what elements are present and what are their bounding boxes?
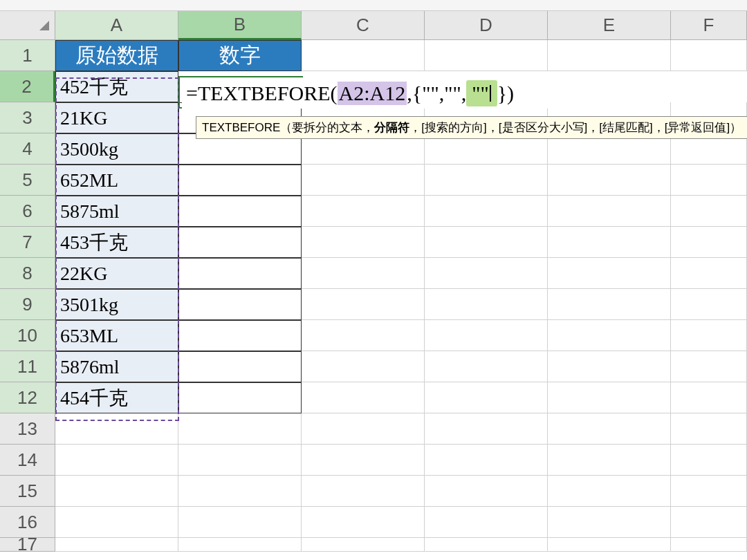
row-header-8[interactable]: 8 [0, 258, 55, 289]
row-header-17[interactable]: 17 [0, 538, 55, 552]
cell-f12[interactable] [671, 382, 747, 413]
row-header-11[interactable]: 11 [0, 351, 55, 382]
row-header-12[interactable]: 12 [0, 382, 55, 413]
cell-e12[interactable] [548, 382, 671, 413]
cell-b7[interactable] [178, 227, 302, 258]
cell-a15[interactable] [55, 476, 178, 507]
cell-c13[interactable] [302, 413, 425, 445]
row-header-9[interactable]: 9 [0, 289, 55, 320]
cell-d15[interactable] [425, 476, 548, 507]
cell-d11[interactable] [425, 351, 548, 382]
cell-b16[interactable] [178, 507, 302, 538]
cell-c15[interactable] [302, 476, 425, 507]
cell-b10[interactable] [178, 320, 302, 351]
cell-f1[interactable] [671, 40, 747, 71]
cell-e11[interactable] [548, 351, 671, 382]
cell-c7[interactable] [302, 227, 425, 258]
cell-a2[interactable]: 452千克 [55, 71, 178, 102]
cell-d8[interactable] [425, 258, 548, 289]
formula-input[interactable]: =TEXTBEFORE(A2:A12,{"","",""}) [182, 77, 583, 109]
cell-b9[interactable] [178, 289, 302, 320]
cell-c1[interactable] [302, 40, 425, 71]
cell-e1[interactable] [548, 40, 671, 71]
cell-d14[interactable] [425, 445, 548, 476]
cell-d6[interactable] [425, 196, 548, 227]
cell-c16[interactable] [302, 507, 425, 538]
cell-b12[interactable] [178, 382, 302, 413]
cell-a3[interactable]: 21KG [55, 102, 178, 133]
cell-b14[interactable] [178, 445, 302, 476]
cell-c14[interactable] [302, 445, 425, 476]
cell-e17[interactable] [548, 538, 671, 552]
cell-d17[interactable] [425, 538, 548, 552]
row-header-3[interactable]: 3 [0, 102, 55, 133]
cell-e7[interactable] [548, 227, 671, 258]
cell-f2[interactable] [671, 71, 747, 102]
cell-e14[interactable] [548, 445, 671, 476]
cell-c10[interactable] [302, 320, 425, 351]
row-header-4[interactable]: 4 [0, 133, 55, 165]
cell-f16[interactable] [671, 507, 747, 538]
cell-a4[interactable]: 3500kg [55, 133, 178, 165]
cell-d9[interactable] [425, 289, 548, 320]
row-header-14[interactable]: 14 [0, 445, 55, 476]
cell-a7[interactable]: 453千克 [55, 227, 178, 258]
cell-c5[interactable] [302, 165, 425, 196]
cell-a13[interactable] [55, 413, 178, 445]
cell-a10[interactable]: 653ML [55, 320, 178, 351]
cell-a12[interactable]: 454千克 [55, 382, 178, 413]
cell-a11[interactable]: 5876ml [55, 351, 178, 382]
col-header-f[interactable]: F [671, 11, 747, 40]
row-header-10[interactable]: 10 [0, 320, 55, 351]
cell-f5[interactable] [671, 165, 747, 196]
cell-f10[interactable] [671, 320, 747, 351]
cell-c9[interactable] [302, 289, 425, 320]
cell-b6[interactable] [178, 196, 302, 227]
row-header-2[interactable]: 2 [0, 71, 55, 102]
cell-d7[interactable] [425, 227, 548, 258]
cell-f9[interactable] [671, 289, 747, 320]
cell-e9[interactable] [548, 289, 671, 320]
cell-f8[interactable] [671, 258, 747, 289]
cell-e5[interactable] [548, 165, 671, 196]
cell-f13[interactable] [671, 413, 747, 445]
cell-d1[interactable] [425, 40, 548, 71]
row-header-13[interactable]: 13 [0, 413, 55, 445]
cell-d13[interactable] [425, 413, 548, 445]
cell-e13[interactable] [548, 413, 671, 445]
cell-f15[interactable] [671, 476, 747, 507]
cell-a8[interactable]: 22KG [55, 258, 178, 289]
cell-b11[interactable] [178, 351, 302, 382]
col-header-d[interactable]: D [425, 11, 548, 40]
cell-c11[interactable] [302, 351, 425, 382]
cell-e8[interactable] [548, 258, 671, 289]
cell-b13[interactable] [178, 413, 302, 445]
cell-f7[interactable] [671, 227, 747, 258]
row-header-6[interactable]: 6 [0, 196, 55, 227]
col-header-c[interactable]: C [302, 11, 425, 40]
cell-d16[interactable] [425, 507, 548, 538]
cell-f17[interactable] [671, 538, 747, 552]
cell-e6[interactable] [548, 196, 671, 227]
cell-b15[interactable] [178, 476, 302, 507]
cell-b17[interactable] [178, 538, 302, 552]
col-header-e[interactable]: E [548, 11, 671, 40]
cell-a14[interactable] [55, 445, 178, 476]
cell-f11[interactable] [671, 351, 747, 382]
cell-e15[interactable] [548, 476, 671, 507]
cell-c8[interactable] [302, 258, 425, 289]
cell-f6[interactable] [671, 196, 747, 227]
cell-e16[interactable] [548, 507, 671, 538]
cell-d10[interactable] [425, 320, 548, 351]
cell-a17[interactable] [55, 538, 178, 552]
cell-f14[interactable] [671, 445, 747, 476]
cell-c17[interactable] [302, 538, 425, 552]
cell-d5[interactable] [425, 165, 548, 196]
row-header-1[interactable]: 1 [0, 40, 55, 71]
row-header-15[interactable]: 15 [0, 476, 55, 507]
cell-b8[interactable] [178, 258, 302, 289]
cell-e10[interactable] [548, 320, 671, 351]
cell-b5[interactable] [178, 165, 302, 196]
cell-a1[interactable]: 原始数据 [55, 40, 178, 71]
cell-c6[interactable] [302, 196, 425, 227]
